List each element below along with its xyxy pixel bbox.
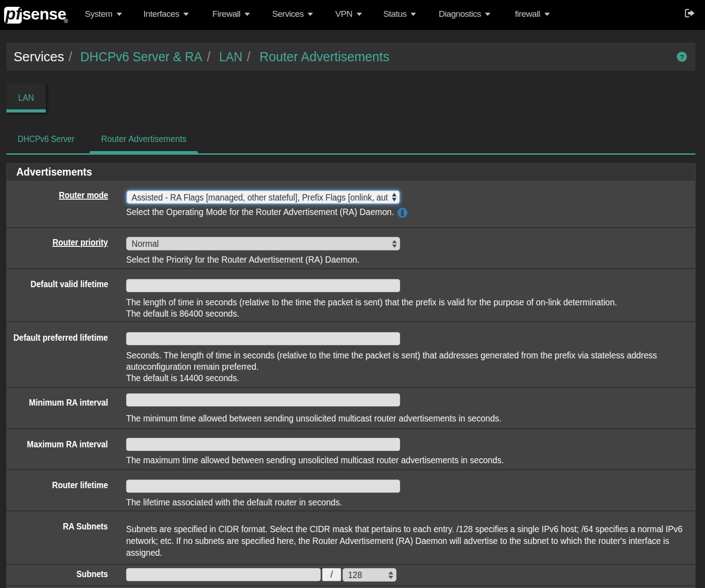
svg-text:?: ? (680, 53, 684, 61)
